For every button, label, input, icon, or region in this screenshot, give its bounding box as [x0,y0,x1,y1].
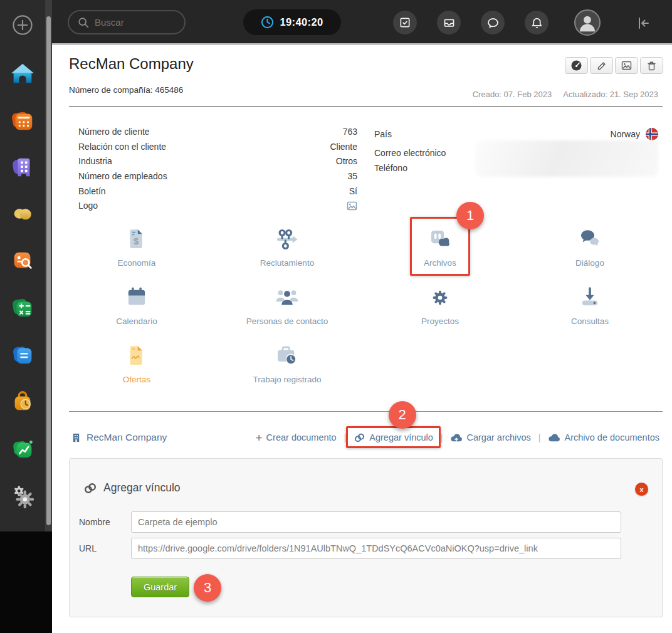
module-trabajo-registrado[interactable]: Trabajo registrado [240,342,334,384]
sidebar-item-economy[interactable] [9,294,36,322]
sidebar-item-documents[interactable] [9,341,36,369]
dialog-icon [577,226,603,253]
module-label: Ofertas [123,375,150,384]
info-label: Industria [78,156,112,166]
sidebar-item-statistics[interactable] [9,435,36,463]
chart-green-icon [9,436,36,462]
collapse-left-icon [635,15,651,31]
module-personas[interactable]: Personas de contacto [240,284,334,326]
bell-icon [530,16,543,29]
url-input[interactable] [131,538,621,559]
inbox-button[interactable] [437,11,461,34]
step-badge-2: 2 [389,401,416,429]
info-row: Número de empleados35 [78,169,357,184]
main-content: RecMan Company Número de compañía: 46548… [52,45,672,633]
add-button[interactable] [9,11,36,39]
chat-bubble-icon [486,16,500,29]
phone-label: Teléfono [374,163,407,173]
projects-gear-icon [427,284,453,311]
info-value: 35 [347,171,357,181]
document-archive-button[interactable]: Archivo de documentos [548,432,659,442]
module-label: Calendario [116,316,157,326]
sidebar-item-time[interactable] [9,388,36,416]
tasks-button[interactable] [393,11,417,34]
cloud-icon [548,433,560,442]
toolbar-separator: | [441,432,443,442]
chat-button[interactable] [481,11,505,34]
search-input[interactable] [95,17,176,28]
company-info-left: Número de cliente763 Relación con el cli… [78,124,357,213]
record-dates: Creado: 07. Feb 2023 Actualizado: 21. Se… [473,90,658,99]
avatar[interactable] [574,9,601,36]
module-economia[interactable]: $ Economía [90,226,184,268]
module-label: Trabajo registrado [253,375,321,384]
collapse-sidebar-button[interactable] [635,15,651,31]
module-label: Consultas [571,316,609,326]
created-date: Creado: 07. Feb 2023 [473,90,552,99]
module-dialogo[interactable]: Diálogo [543,226,637,268]
economy-icon: $ [123,226,150,253]
clock-widget[interactable]: 19:40:20 [243,9,341,35]
module-proyectos[interactable]: Proyectos [393,284,487,326]
info-value: Otros [336,156,357,166]
panel-title: Agregar vínculo [103,481,181,494]
info-row: Número de cliente763 [78,124,357,139]
dashboard-button[interactable] [565,57,588,74]
logo-image-icon[interactable] [347,201,357,211]
sidebar-item-home[interactable] [9,60,36,88]
upload-files-button[interactable]: Cargar archivos [450,432,530,442]
norway-flag-icon [646,128,658,140]
module-archivos[interactable]: 1 Archivos [393,226,487,268]
search-icon [78,17,89,28]
sidebar-item-contacts[interactable] [9,200,36,228]
registered-work-icon [274,342,300,370]
module-label: Proyectos [421,316,459,326]
module-ofertas[interactable]: Ofertas [90,342,184,384]
sidebar-scrollbar-thumb[interactable] [46,16,51,525]
notifications-button[interactable] [525,11,549,34]
topbar: 19:40:20 [52,0,672,45]
name-input[interactable] [131,511,621,533]
calendar-icon [123,284,150,311]
module-reclutamiento[interactable]: Reclutamiento [240,226,334,268]
save-button[interactable]: Guardar [131,577,189,597]
delete-button[interactable] [640,57,663,74]
search-box[interactable] [68,10,186,34]
name-label: Nombre [79,517,131,527]
inbox-icon [443,16,456,29]
tasks-check-icon [399,16,411,29]
edit-button[interactable] [590,57,613,74]
sidebar-item-companies[interactable] [9,154,36,181]
sidebar-item-calendar[interactable] [9,107,36,135]
create-document-button[interactable]: + Crear documento [256,432,337,444]
calculator-green-icon [9,295,36,321]
image-button[interactable] [615,57,638,74]
country-value: Norway [611,129,640,139]
name-field-row: Nombre [79,511,621,533]
url-field-row: URL [79,538,621,559]
add-link-button[interactable]: Agregar vínculo [354,432,433,442]
image-icon [621,61,632,70]
bag-clock-icon [9,389,36,415]
step-badge-3: 3 [194,574,221,602]
redacted-contact-values [475,140,658,177]
close-panel-button[interactable]: x [635,483,648,496]
company-number: Número de compañía: 465486 [69,85,183,95]
sidebar-item-candidate-search[interactable] [9,247,36,275]
sidebar-scrollbar[interactable] [45,0,52,531]
module-consultas[interactable]: Consultas [543,284,637,326]
email-label: Correo electrónico [374,148,446,158]
step-badge-1: 1 [456,202,484,229]
person-icon [577,12,598,33]
people-gold-icon [9,201,36,227]
documents-company[interactable]: RecMan Company [71,432,167,443]
module-calendario[interactable]: Calendario [90,284,184,326]
trash-icon [647,61,656,71]
contact-people-icon [274,284,300,311]
module-label: Personas de contacto [246,316,328,326]
cloud-upload-icon [450,433,463,442]
svg-text:$: $ [134,236,139,246]
sidebar-item-settings[interactable] [9,482,36,510]
documents-company-label: RecMan Company [87,432,167,443]
info-row: IndustriaOtros [78,154,357,169]
